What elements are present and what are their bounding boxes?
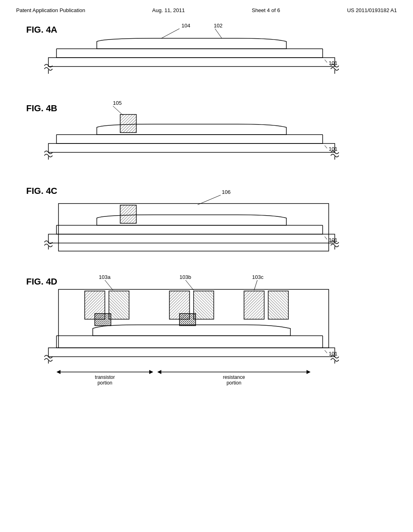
svg-rect-26 xyxy=(58,204,329,251)
svg-marker-64 xyxy=(307,370,311,374)
fig-4c-label: FIG. 4C xyxy=(26,186,57,196)
svg-line-8 xyxy=(215,29,222,38)
svg-rect-46 xyxy=(109,291,129,319)
svg-rect-50 xyxy=(179,314,196,326)
svg-rect-51 xyxy=(244,291,264,319)
svg-rect-20 xyxy=(48,143,335,152)
fig-4a-section: FIG. 4A 104 102 101 xyxy=(24,21,389,88)
svg-line-41 xyxy=(186,280,194,290)
fig-4b-label: FIG. 4B xyxy=(26,103,57,113)
header-sheet: Sheet 4 of 6 xyxy=(252,7,280,13)
svg-marker-61 xyxy=(149,370,153,374)
svg-line-39 xyxy=(105,280,113,290)
svg-text:transistor: transistor xyxy=(95,374,115,380)
svg-text:resistance: resistance xyxy=(223,374,245,380)
svg-text:101: 101 xyxy=(329,60,338,66)
svg-text:105: 105 xyxy=(113,100,122,106)
svg-line-58 xyxy=(325,350,327,353)
svg-text:103c: 103c xyxy=(252,274,264,280)
page-header: Patent Application Publication Aug. 11, … xyxy=(0,0,413,13)
header-right: US 2011/0193182 A1 xyxy=(347,7,397,13)
svg-text:101: 101 xyxy=(329,146,338,152)
svg-line-33 xyxy=(325,237,327,239)
fig-4d-label: FIG. 4D xyxy=(26,276,57,287)
svg-rect-11 xyxy=(48,58,335,66)
svg-text:104: 104 xyxy=(181,23,190,29)
svg-rect-52 xyxy=(268,291,288,319)
svg-text:portion: portion xyxy=(227,380,242,386)
fig-4a-label: FIG. 4A xyxy=(26,25,57,35)
svg-text:102: 102 xyxy=(214,23,223,29)
svg-rect-49 xyxy=(194,291,214,319)
fig-4d-diagram: FIG. 4D 103a 103b 103c xyxy=(24,273,371,390)
fig-4c-diagram: FIG. 4C 106 101 xyxy=(24,183,371,261)
svg-line-43 xyxy=(254,280,257,290)
svg-rect-54 xyxy=(48,348,335,357)
fig-4a-diagram: FIG. 4A 104 102 101 xyxy=(24,21,371,88)
header-left: Patent Application Publication xyxy=(16,7,85,13)
fig-4b-section: FIG. 4B 105 101 xyxy=(24,100,389,170)
svg-line-14 xyxy=(325,60,327,62)
svg-text:103b: 103b xyxy=(179,274,191,280)
svg-line-16 xyxy=(113,106,123,115)
svg-marker-60 xyxy=(56,370,60,374)
svg-rect-17 xyxy=(120,114,136,133)
svg-text:101: 101 xyxy=(329,237,338,243)
fig-4b-diagram: FIG. 4B 105 101 xyxy=(24,100,371,170)
svg-line-23 xyxy=(325,145,327,148)
header-center-date: Aug. 11, 2011 xyxy=(152,7,185,13)
svg-rect-27 xyxy=(120,205,136,223)
fig-4c-section: FIG. 4C 106 101 xyxy=(24,183,389,261)
svg-text:103a: 103a xyxy=(99,274,111,280)
svg-text:portion: portion xyxy=(98,380,113,386)
svg-text:106: 106 xyxy=(222,189,231,195)
svg-text:101: 101 xyxy=(329,351,338,357)
svg-marker-63 xyxy=(157,370,161,374)
fig-4d-section: FIG. 4D 103a 103b 103c xyxy=(24,273,389,390)
svg-rect-47 xyxy=(95,314,111,326)
main-content: FIG. 4A 104 102 101 xyxy=(0,13,413,410)
svg-line-6 xyxy=(161,29,179,38)
svg-rect-30 xyxy=(48,234,335,243)
